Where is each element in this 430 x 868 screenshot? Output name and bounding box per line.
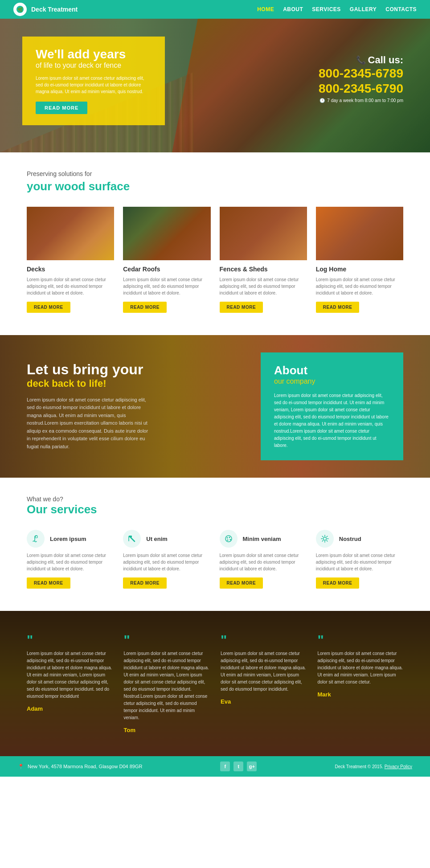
services-icons-grid: Lorem ipsum Lorem ipsum dolor sit amet c… (27, 530, 403, 589)
testimonial-text-adam: Lorem ipsum dolor sit amet conse ctetur … (27, 650, 113, 700)
service-icon-btn-4[interactable]: READ MORE (316, 577, 360, 589)
service-btn-cedar[interactable]: READ MORE (123, 302, 167, 313)
phone-number-2: 800-2345-6790 (319, 81, 403, 96)
preserving-title: your wood surface (27, 180, 403, 193)
location-icon: 📍 (18, 764, 24, 770)
about-banner: Let us bring your deck back to life! Lor… (0, 335, 430, 478)
about-left: Let us bring your deck back to life! Lor… (27, 362, 243, 450)
svg-line-16 (322, 536, 323, 537)
about-box-title: About (274, 364, 390, 377)
svg-line-17 (327, 540, 328, 541)
service-desc-loghome: Lorem ipsum dolor sit amet conse ctetur … (316, 276, 403, 296)
phone-icon: 📞 (356, 55, 366, 65)
service-name-loghome: Log Home (316, 266, 403, 273)
testimonials-section: " Lorem ipsum dolor sit amet conse ctetu… (0, 611, 430, 756)
service-btn-decks[interactable]: READ MORE (27, 302, 70, 313)
header: 🌿 Deck Treatment HOME ABOUT SERVICES GAL… (0, 0, 430, 19)
service-btn-fences[interactable]: READ MORE (220, 302, 263, 313)
testimonial-text-mark: Lorem ipsum dolor sit amet conse ctetur … (318, 650, 404, 686)
about-headline: Let us bring your (27, 362, 243, 377)
quote-mark-adam: " (27, 633, 113, 647)
call-label: Call us: (368, 54, 403, 66)
svg-point-7 (226, 537, 228, 539)
service-icon-top-4: Nostrud (316, 530, 403, 548)
service-icon-desc-4: Lorem ipsum dolor sit amet conse ctetur … (316, 552, 403, 572)
service-name-cedar: Cedar Roofs (123, 266, 210, 273)
twitter-icon[interactable]: t (233, 762, 243, 771)
service-name-decks: Decks (27, 266, 114, 273)
nav-services[interactable]: SERVICES (312, 6, 340, 12)
svg-point-6 (225, 536, 232, 542)
services-subtitle: What we do? (27, 495, 403, 503)
svg-text:🌿: 🌿 (17, 7, 23, 12)
about-box-subtitle: our company (274, 377, 390, 385)
about-subheadline: deck back to life! (27, 378, 243, 389)
testimonial-text-eva: Lorem ipsum dolor sit amet conse ctetur … (221, 650, 307, 693)
sun-icon-circle (316, 530, 334, 548)
about-box-body: Lorem ipsum dolor sit amet conse ctetur … (274, 392, 390, 449)
nav-contacts[interactable]: CONTACTS (385, 6, 417, 12)
service-desc-fences: Lorem ipsum dolor sit amet conse ctetur … (220, 276, 307, 296)
logo-text: Deck Treatment (31, 6, 78, 13)
preserving-section: Preserving solutions for your wood surfa… (0, 152, 430, 335)
facebook-icon[interactable]: f (220, 762, 230, 771)
service-card-cedar: Cedar Roofs Lorem ipsum dolor sit amet c… (123, 207, 210, 313)
nav-about[interactable]: ABOUT (283, 6, 303, 12)
service-icon-desc-2: Lorem ipsum dolor sit amet conse ctetur … (123, 552, 210, 572)
about-body: Lorem ipsum dolor sit amet conse ctetur … (27, 396, 152, 451)
hero-section: We'll add years of life to your deck or … (0, 19, 430, 152)
service-icon-btn-1[interactable]: READ MORE (27, 577, 70, 589)
service-icon-name-3: Minim veniam (243, 536, 281, 542)
service-icon-btn-2[interactable]: READ MORE (123, 577, 167, 589)
hammer-icon-circle (123, 530, 141, 548)
about-box: About our company Lorem ipsum dolor sit … (261, 352, 403, 460)
svg-point-10 (227, 540, 228, 541)
services-grid: Decks Lorem ipsum dolor sit amet conse c… (27, 207, 403, 313)
clock-icon: 🕐 (319, 98, 325, 103)
service-card-fences: Fences & Sheds Lorem ipsum dolor sit ame… (220, 207, 307, 313)
main-nav: HOME ABOUT SERVICES GALLERY CONTACTS (257, 6, 417, 12)
service-icon-top-2: Ut enim (123, 530, 210, 548)
logo-area: 🌿 Deck Treatment (13, 3, 78, 16)
service-icon-card-4: Nostrud Lorem ipsum dolor sit amet conse… (316, 530, 403, 589)
footer: 📍 New York, 4578 Marmora Road, Glasgow D… (0, 756, 430, 777)
testimonial-adam: " Lorem ipsum dolor sit amet conse ctetu… (27, 633, 113, 734)
quote-mark-eva: " (221, 633, 307, 647)
svg-line-4 (131, 537, 135, 541)
svg-point-8 (229, 537, 230, 538)
service-icon-card-1: Lorem ipsum Lorem ipsum dolor sit amet c… (27, 530, 114, 589)
service-icon-btn-3[interactable]: READ MORE (220, 577, 263, 589)
services-section: What we do? Our services Lorem ipsum Lor… (0, 478, 430, 611)
service-btn-loghome[interactable]: READ MORE (316, 302, 360, 313)
testimonial-name-eva: Eva (221, 698, 231, 705)
testimonial-name-adam: Adam (27, 705, 43, 712)
service-card-loghome: Log Home Lorem ipsum dolor sit amet cons… (316, 207, 403, 313)
service-image-decks (27, 207, 114, 260)
service-icon-card-3: Minim veniam Lorem ipsum dolor sit amet … (220, 530, 307, 589)
quote-mark-tom: " (124, 633, 210, 647)
footer-copyright: Deck Treatment © 2015. Privacy Policy (335, 764, 412, 769)
svg-line-19 (322, 540, 323, 541)
svg-point-9 (229, 539, 231, 540)
nav-home[interactable]: HOME (257, 6, 274, 12)
privacy-policy-link[interactable]: Privacy Policy (385, 764, 412, 769)
hero-headline: We'll add years (36, 48, 152, 61)
svg-line-18 (327, 536, 328, 537)
service-desc-cedar: Lorem ipsum dolor sit amet conse ctetur … (123, 276, 210, 296)
hero-body: Lorem ipsum dolor sit amet conse ctetur … (36, 75, 152, 95)
testimonial-tom: " Lorem ipsum dolor sit amet conse ctetu… (124, 633, 210, 734)
nav-gallery[interactable]: GALLERY (350, 6, 377, 12)
paint-icon-circle (27, 530, 45, 548)
testimonials-grid: " Lorem ipsum dolor sit amet conse ctetu… (27, 633, 403, 734)
service-name-fences: Fences & Sheds (220, 266, 307, 273)
palette-icon-circle (220, 530, 238, 548)
hero-cta-button[interactable]: READ MORE (36, 102, 87, 114)
footer-social: f t g+ (220, 762, 257, 771)
service-icon-name-1: Lorem ipsum (50, 536, 86, 542)
googleplus-icon[interactable]: g+ (247, 762, 257, 771)
about-banner-content: Let us bring your deck back to life! Lor… (0, 335, 430, 478)
service-desc-decks: Lorem ipsum dolor sit amet conse ctetur … (27, 276, 114, 296)
testimonial-name-tom: Tom (124, 727, 135, 733)
service-icon-name-2: Ut enim (146, 536, 168, 542)
hero-subheadline: of life to your deck or fence (36, 61, 152, 70)
